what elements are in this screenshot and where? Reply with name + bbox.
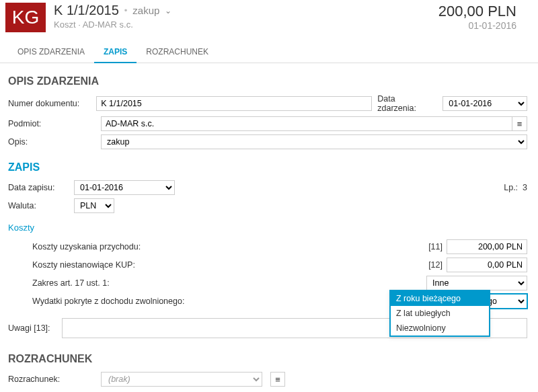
cost-row: Koszty uzyskania przychodu: [11] — [8, 239, 527, 254]
opis-label: Opis: — [8, 137, 95, 147]
doc-date: 01-01-2016 — [438, 20, 516, 31]
podmiot-input[interactable] — [101, 116, 512, 131]
cost-row: Zakres art. 17 ust. 1: Inne — [8, 276, 527, 290]
uwagi-label: Uwagi [13]: — [8, 323, 56, 333]
menu-icon: ≡ — [517, 119, 523, 129]
wydatki-label: Wydatki pokryte z dochodu zwolnionego: — [32, 297, 426, 306]
section-rozrachunek-header: ROZRACHUNEK — [8, 353, 527, 365]
cost-code: [12] — [420, 260, 443, 270]
doc-type[interactable]: zakup — [132, 5, 159, 16]
koszty-przychodu-label: Koszty uzyskania przychodu: — [32, 242, 420, 251]
numer-input[interactable] — [96, 96, 372, 111]
document-header: KG K 1/1/2015 • zakup ⌄ Koszt · AD-MAR s… — [0, 0, 538, 35]
content: OPIS ZDARZENIA Numer dokumentu: Data zda… — [0, 63, 538, 392]
data-zapisu-label: Data zapisu: — [8, 183, 69, 192]
podmiot-label: Podmiot: — [8, 119, 95, 128]
podmiot-menu-button[interactable]: ≡ — [512, 116, 527, 131]
dropdown-item[interactable]: Z roku bieżącego — [391, 291, 489, 306]
header-subtitle: Koszt · AD-MAR s.c. — [54, 19, 430, 30]
menu-icon: ≡ — [275, 375, 280, 385]
dot-icon: • — [124, 5, 128, 15]
data-zdarzenia-label: Data zdarzenia: — [377, 94, 433, 113]
rozrachunek-label: Rozrachunek: — [8, 375, 95, 384]
tab-zapis[interactable]: ZAPIS — [94, 42, 137, 63]
rozrachunek-menu-button[interactable]: ≡ — [270, 372, 285, 387]
doc-amount: 200,00 PLN — [438, 3, 516, 20]
doc-title: K 1/1/2015 — [54, 3, 119, 18]
header-left: K 1/1/2015 • zakup ⌄ Koszt · AD-MAR s.c. — [54, 3, 430, 30]
dropdown-item[interactable]: Z lat ubiegłych — [391, 306, 489, 321]
cost-row: Koszty niestanowiące KUP: [12] — [8, 258, 527, 272]
zakres-label: Zakres art. 17 ust. 1: — [32, 278, 426, 288]
zakres-select[interactable]: Inne — [426, 276, 527, 290]
section-opis-header: OPIS ZDARZENIA — [8, 75, 527, 87]
koszty-header: Koszty — [8, 223, 527, 233]
doc-badge: KG — [5, 3, 46, 32]
koszty-kup-label: Koszty niestanowiące KUP: — [32, 260, 420, 270]
dropdown-item[interactable]: Niezwolniony — [391, 321, 489, 336]
rozrachunek-select[interactable]: (brak) — [101, 372, 262, 387]
data-zdarzenia-select[interactable]: 01-01-2016 — [443, 96, 527, 111]
waluta-select[interactable]: PLN — [74, 198, 114, 213]
header-right: 200,00 PLN 01-01-2016 — [438, 3, 533, 31]
chevron-down-icon[interactable]: ⌄ — [165, 6, 171, 15]
koszty-przychodu-input[interactable] — [447, 239, 527, 254]
cost-code: [11] — [420, 242, 443, 251]
section-zapis-header: ZAPIS — [8, 161, 527, 173]
data-zapisu-select[interactable]: 01-01-2016 — [74, 180, 175, 195]
wydatki-dropdown: Z roku bieżącego Z lat ubiegłych Niezwol… — [389, 290, 490, 337]
lp-label: Lp.: 3 — [504, 183, 527, 192]
tab-rozrachunek[interactable]: ROZRACHUNEK — [137, 42, 218, 63]
tabs: OPIS ZDARZENIA ZAPIS ROZRACHUNEK — [0, 42, 538, 63]
koszty-kup-input[interactable] — [447, 258, 527, 272]
opis-select[interactable]: zakup — [101, 134, 527, 149]
numer-label: Numer dokumentu: — [8, 99, 91, 108]
tab-opis-zdarzenia[interactable]: OPIS ZDARZENIA — [8, 42, 94, 63]
waluta-label: Waluta: — [8, 201, 69, 210]
